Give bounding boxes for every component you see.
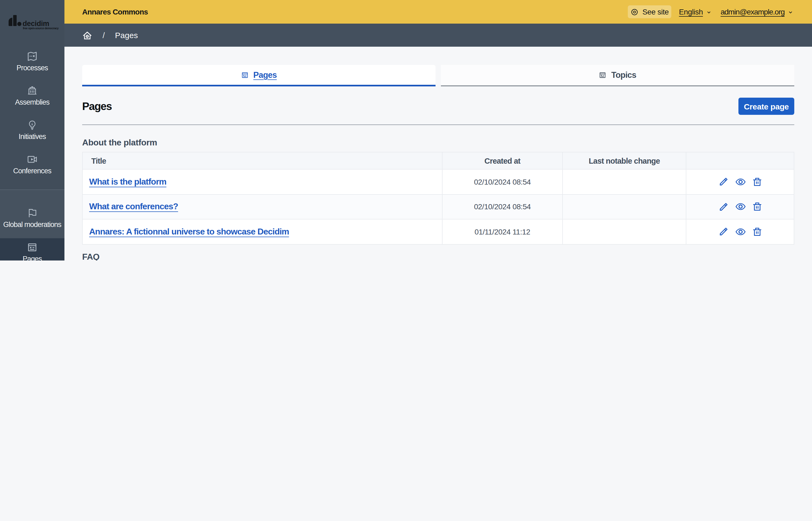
svg-text:free open-source democracy: free open-source democracy bbox=[23, 27, 59, 30]
